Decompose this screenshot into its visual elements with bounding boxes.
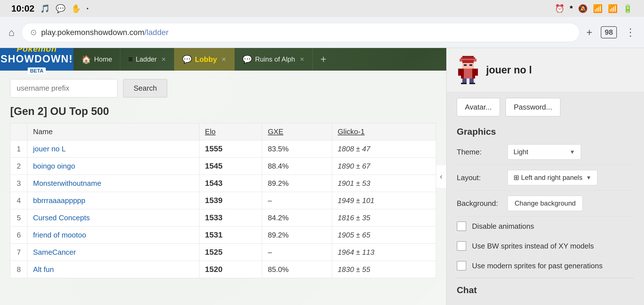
bw-sprites-checkbox[interactable] [457, 241, 466, 251]
col-name: Name [27, 123, 199, 140]
username: jouer no l [486, 64, 532, 76]
glicko-cell: 1905 ± 65 [332, 226, 436, 244]
modern-sprites-row: Use modern sprites for past generations [457, 256, 634, 276]
gxe-cell: – [262, 244, 332, 261]
name-cell[interactable]: jouer no L [27, 140, 199, 158]
status-bar: 10:02 🎵 💬 ✋ • ⏰ * 🔕 📶 📶 🔋 [0, 0, 644, 17]
add-tab-button[interactable]: + [313, 48, 334, 71]
search-button[interactable]: Search [123, 79, 167, 97]
theme-select[interactable]: Light ▼ [508, 144, 581, 160]
tab-lobby-label: Lobby [195, 55, 217, 64]
dot-icon: • [87, 6, 88, 12]
svg-rect-8 [464, 69, 472, 79]
status-time: 10:02 [11, 3, 34, 14]
theme-label: Theme: [457, 148, 502, 156]
status-bar-left: 10:02 🎵 💬 ✋ • [11, 3, 88, 14]
rank-cell: 7 [10, 244, 27, 261]
browser-menu-button[interactable]: ⋮ [625, 27, 636, 38]
tab-ruins[interactable]: 💬 Ruins of Alph ✕ [234, 48, 312, 71]
ladder-tab-icon: ≡ [128, 55, 133, 64]
disable-animations-checkbox[interactable] [457, 221, 466, 231]
name-cell[interactable]: friend of mootoo [27, 226, 199, 244]
name-cell[interactable]: bbrrraaaappppp [27, 192, 199, 209]
battery-icon: 🔋 [623, 4, 633, 13]
alarm-icon: ⏰ [555, 4, 565, 13]
collapse-panel-arrow[interactable]: ‹ [436, 165, 446, 188]
rank-cell: 5 [10, 209, 27, 226]
bw-sprites-row: Use BW sprites instead of XY models [457, 236, 634, 256]
name-cell[interactable]: Monsterwithoutname [27, 175, 199, 192]
bw-sprites-label: Use BW sprites instead of XY models [472, 242, 594, 250]
nav-tabs: 🏠 Home ≡ Ladder ✕ 💬 Lobby ✕ 💬 Ruins of A… [73, 48, 446, 71]
logo-pokemon: Pokémon [1, 48, 73, 53]
tab-lobby-close[interactable]: ✕ [221, 56, 226, 63]
gxe-cell: 88.4% [262, 158, 332, 175]
main-content: Pokémon SHOWDOWN! BETA 🏠 Home ≡ Ladder ✕… [0, 48, 644, 305]
home-button[interactable]: ⌂ [8, 27, 15, 38]
game-nav: Pokémon SHOWDOWN! BETA 🏠 Home ≡ Ladder ✕… [0, 48, 446, 71]
tab-lobby[interactable]: 💬 Lobby ✕ [174, 48, 234, 71]
name-cell[interactable]: Alt fun [27, 261, 199, 278]
action-buttons: Avatar... Password... [447, 92, 644, 122]
gxe-cell: – [262, 192, 332, 209]
rank-cell: 1 [10, 140, 27, 158]
col-elo[interactable]: Elo [199, 123, 262, 140]
glicko-cell: 1830 ± 55 [332, 261, 436, 278]
name-cell[interactable]: SameCancer [27, 244, 199, 261]
graphics-section: Theme: Light ▼ Layout: ⊞ Left and right … [447, 139, 644, 280]
avatar-button[interactable]: Avatar... [457, 98, 500, 116]
svg-rect-13 [458, 69, 461, 76]
svg-rect-12 [469, 83, 475, 84]
name-cell[interactable]: Cursed Concepts [27, 209, 199, 226]
gxe-cell: 84.2% [262, 209, 332, 226]
tab-ladder-close[interactable]: ✕ [161, 56, 166, 63]
password-button[interactable]: Password... [506, 98, 560, 116]
url-text: play.pokemonshowdown.com/ladder [41, 28, 169, 37]
chat-section-header: Chat [447, 280, 644, 295]
address-bar[interactable]: ⊙ play.pokemonshowdown.com/ladder [21, 23, 580, 42]
site-settings-icon: ⊙ [30, 28, 37, 37]
ladder-table: Name Elo GXE Glicko-1 1 jouer no L 1555 … [10, 123, 436, 278]
layout-value: ⊞ Left and right panels [514, 174, 582, 182]
search-input[interactable] [10, 79, 118, 97]
layout-row: Layout: ⊞ Left and right panels ▼ [457, 165, 634, 191]
elo-cell: 1525 [199, 244, 262, 261]
rank-cell: 8 [10, 261, 27, 278]
gxe-cell: 89.2% [262, 226, 332, 244]
layout-label: Layout: [457, 173, 502, 182]
glicko-cell: 1808 ± 47 [332, 140, 436, 158]
theme-row: Theme: Light ▼ [457, 139, 634, 165]
background-row: Background: Change background [457, 191, 634, 216]
beta-badge: BETA [28, 67, 46, 74]
tab-home[interactable]: 🏠 Home [73, 48, 120, 71]
svg-rect-4 [462, 60, 474, 63]
col-glicko[interactable]: Glicko-1 [332, 123, 436, 140]
music-icon: 🎵 [40, 4, 50, 13]
svg-rect-11 [461, 83, 467, 84]
bluetooth-icon: * [570, 4, 573, 13]
new-tab-button[interactable]: + [586, 27, 592, 38]
tab-ruins-close[interactable]: ✕ [300, 56, 304, 63]
elo-cell: 1531 [199, 226, 262, 244]
col-gxe[interactable]: GXE [262, 123, 332, 140]
change-background-button[interactable]: Change background [508, 196, 583, 211]
ladder-title: [Gen 2] OU Top 500 [10, 105, 436, 117]
right-panel: jouer no l Avatar... Password... Graphic… [446, 48, 644, 305]
signal-icon: 📶 [608, 4, 618, 13]
table-row: 4 bbrrraaaappppp 1539 – 1949 ± 101 [10, 192, 436, 209]
tab-ladder[interactable]: ≡ Ladder ✕ [120, 48, 174, 71]
glicko-cell: 1949 ± 101 [332, 192, 436, 209]
modern-sprites-checkbox[interactable] [457, 261, 466, 271]
tab-home-label: Home [94, 55, 112, 63]
svg-rect-14 [475, 69, 478, 76]
layout-select[interactable]: ⊞ Left and right panels ▼ [508, 170, 597, 185]
table-row: 1 jouer no L 1555 83.5% 1808 ± 47 [10, 140, 436, 158]
wifi-icon: 📶 [593, 4, 603, 13]
divider [457, 278, 634, 278]
theme-chevron-icon: ▼ [569, 149, 575, 155]
name-cell[interactable]: boingo oingo [27, 158, 199, 175]
glicko-cell: 1901 ± 53 [332, 175, 436, 192]
disable-animations-label: Disable animations [472, 222, 534, 231]
pokemon-logo: Pokémon SHOWDOWN! BETA [0, 48, 73, 71]
tab-overview-button[interactable]: 98 [601, 26, 617, 38]
